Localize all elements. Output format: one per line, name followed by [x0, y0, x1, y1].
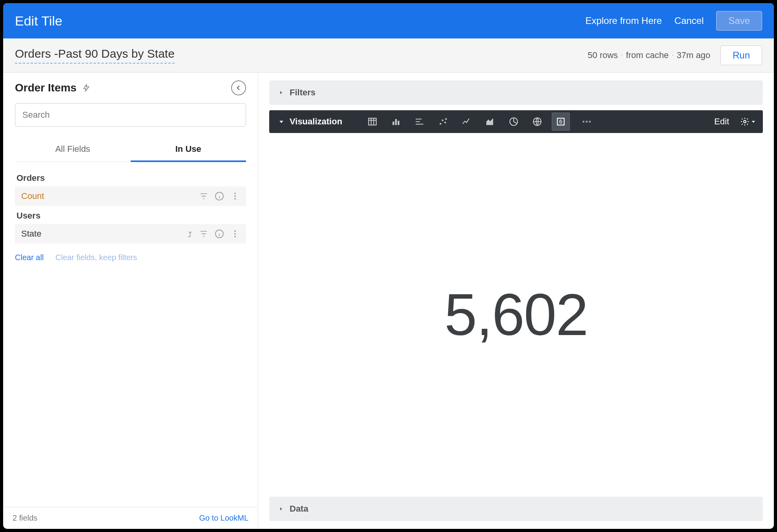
row-count: 50 rows	[588, 50, 618, 60]
area-chart-icon[interactable]	[481, 113, 499, 131]
viz-settings-button[interactable]	[740, 117, 756, 126]
svg-text:6: 6	[559, 118, 562, 125]
info-icon[interactable]	[215, 229, 224, 239]
pivot-icon[interactable]	[183, 229, 193, 239]
single-value-icon[interactable]: 6	[552, 113, 570, 131]
caret-right-icon	[279, 506, 283, 511]
svg-point-12	[440, 123, 441, 124]
explore-from-here-link[interactable]: Explore from Here	[585, 15, 662, 26]
field-count-footer: 2 fields	[13, 514, 199, 523]
svg-point-15	[445, 118, 447, 120]
clear-all-link[interactable]: Clear all	[15, 253, 44, 262]
bar-chart-icon[interactable]	[387, 113, 405, 131]
filters-panel[interactable]: Filters	[269, 80, 763, 105]
field-state[interactable]: State	[15, 224, 246, 244]
column-chart-icon[interactable]	[410, 113, 429, 131]
caret-down-icon	[279, 119, 284, 124]
visualization-label: Visualization	[290, 117, 342, 127]
svg-rect-9	[392, 122, 394, 125]
svg-rect-10	[395, 119, 397, 125]
map-icon[interactable]	[528, 113, 546, 131]
caret-right-icon	[279, 90, 283, 95]
run-button[interactable]: Run	[720, 46, 762, 65]
filter-icon[interactable]	[199, 191, 208, 201]
svg-point-13	[442, 120, 443, 121]
filters-label: Filters	[290, 87, 316, 98]
viz-edit-link[interactable]: Edit	[714, 117, 729, 127]
svg-point-22	[589, 121, 591, 123]
svg-point-20	[583, 121, 585, 123]
single-value-display: 5,602	[444, 281, 587, 349]
scatter-icon[interactable]	[434, 113, 452, 131]
table-icon[interactable]	[363, 113, 381, 131]
group-users: Users	[16, 211, 246, 221]
tab-all-fields[interactable]: All Fields	[15, 138, 131, 162]
save-button[interactable]: Save	[716, 11, 762, 31]
data-panel[interactable]: Data	[269, 497, 763, 521]
field-state-label: State	[21, 229, 183, 239]
explore-name: Order Items	[15, 82, 77, 94]
filter-icon[interactable]	[199, 229, 208, 239]
svg-point-6	[234, 233, 236, 235]
line-chart-icon[interactable]	[458, 113, 476, 131]
svg-point-5	[234, 230, 236, 232]
svg-point-21	[586, 121, 588, 123]
lightning-icon[interactable]	[82, 82, 91, 93]
field-count[interactable]: Count	[15, 186, 246, 206]
pie-chart-icon[interactable]	[505, 113, 523, 131]
cache-status: from cache	[626, 50, 669, 60]
field-count-label: Count	[21, 191, 199, 201]
tile-title-input[interactable]: Orders -Past 90 Days by State	[15, 47, 175, 64]
kebab-icon[interactable]	[230, 229, 240, 239]
search-input[interactable]	[15, 103, 246, 127]
cache-age: 37m ago	[677, 50, 710, 60]
kebab-icon[interactable]	[230, 191, 240, 201]
data-label: Data	[290, 504, 308, 514]
svg-point-23	[744, 120, 746, 123]
page-title: Edit Tile	[15, 13, 585, 29]
more-viz-icon[interactable]	[578, 113, 596, 131]
tab-in-use[interactable]: In Use	[131, 138, 246, 162]
info-icon[interactable]	[215, 191, 224, 201]
go-to-lookml-link[interactable]: Go to LookML	[199, 514, 248, 523]
svg-point-14	[444, 122, 446, 123]
clear-fields-keep-filters-link[interactable]: Clear fields, keep filters	[55, 253, 137, 262]
svg-point-1	[234, 193, 236, 194]
svg-point-2	[234, 195, 236, 197]
visualization-panel-header[interactable]: Visualization	[269, 110, 763, 133]
svg-rect-8	[368, 118, 376, 125]
svg-point-3	[234, 198, 236, 200]
svg-point-7	[234, 236, 236, 237]
group-orders: Orders	[16, 173, 246, 183]
collapse-sidebar-button[interactable]	[231, 80, 246, 95]
cancel-link[interactable]: Cancel	[675, 15, 704, 26]
svg-rect-11	[398, 121, 399, 125]
